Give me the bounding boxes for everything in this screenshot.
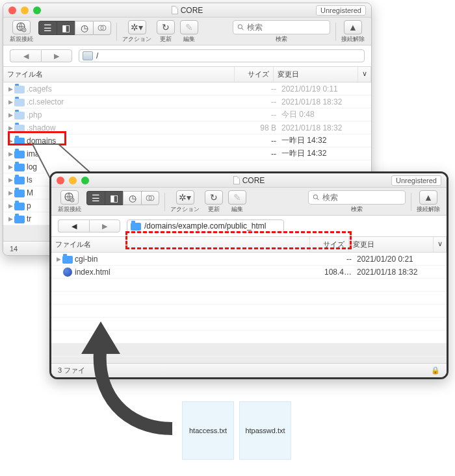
zoom-icon[interactable] — [81, 177, 89, 184]
disclosure-icon[interactable]: ▶ — [7, 125, 14, 131]
col-sort[interactable]: ∨ — [434, 237, 447, 252]
history-button[interactable]: ◷ — [75, 21, 93, 35]
disclosure-icon[interactable]: ▶ — [7, 203, 14, 209]
column-headers[interactable]: ファイル名 サイズ 変更日 ∨ — [3, 67, 371, 82]
back-button[interactable]: ◀ — [10, 49, 41, 62]
col-size[interactable]: サイズ — [235, 67, 274, 82]
new-connection-button[interactable] — [60, 190, 79, 205]
volume-icon — [83, 51, 93, 60]
col-date[interactable]: 変更日 — [274, 67, 358, 82]
file-htaccess[interactable]: htaccess.txt — [182, 401, 234, 460]
new-connection-button[interactable] — [12, 20, 31, 34]
folder-icon — [14, 111, 25, 119]
row-size: -- — [242, 149, 281, 158]
table-row[interactable]: ▶cgi-bin--2021/01/20 0:21 — [51, 253, 447, 266]
close-icon[interactable] — [57, 177, 64, 184]
disclosure-icon[interactable]: ▶ — [7, 190, 14, 196]
history-nav[interactable]: ◀ ▶ — [10, 49, 72, 62]
disclosure-icon[interactable]: ▶ — [7, 164, 14, 170]
empty-row — [51, 305, 447, 318]
disconnect-label: 接続解除 — [341, 35, 365, 44]
refresh-label: 更新 — [208, 205, 220, 214]
window-controls[interactable] — [8, 6, 41, 14]
search-field[interactable] — [233, 20, 330, 34]
action-button[interactable]: ✲▾ — [128, 20, 146, 34]
status-text: 14 — [10, 245, 18, 253]
path-field[interactable]: /domains/example.com/public_html — [127, 219, 284, 232]
action-button[interactable]: ✲▾ — [176, 190, 194, 205]
disclosure-icon[interactable]: ▶ — [7, 99, 14, 105]
table-row[interactable]: ▶.php--今日 0:48 — [3, 108, 371, 121]
edit-button[interactable]: ✎ — [180, 20, 198, 34]
minimize-icon[interactable] — [69, 177, 77, 184]
row-filename: .cagefs — [25, 84, 242, 94]
minimize-icon[interactable] — [21, 6, 29, 14]
search-input[interactable] — [322, 193, 401, 202]
file-htpasswd[interactable]: htpasswd.txt — [239, 401, 291, 460]
upload-arrow-icon — [75, 318, 192, 442]
window-controls[interactable] — [57, 177, 89, 184]
sync-button[interactable] — [141, 191, 159, 205]
back-button[interactable]: ◀ — [58, 219, 89, 232]
table-row[interactable]: ▶.cagefs--2021/01/19 0:11 — [3, 82, 371, 95]
history-nav[interactable]: ◀ ▶ — [58, 219, 120, 232]
history-button[interactable]: ◷ — [123, 191, 141, 205]
table-row[interactable]: ▶.shadow98 B2021/01/18 18:32 — [3, 121, 371, 134]
disclosure-icon[interactable]: ▶ — [7, 112, 14, 118]
file-icon — [62, 268, 73, 277]
col-filename[interactable]: ファイル名 — [51, 237, 310, 252]
unregistered-badge: Unregistered — [391, 175, 441, 186]
titlebar: CORE Unregistered — [3, 3, 371, 18]
disclosure-icon[interactable]: ▶ — [7, 151, 14, 157]
disclosure-icon[interactable]: ▶ — [55, 256, 62, 262]
table-row[interactable]: index.html108.4…2021/01/18 18:32 — [51, 266, 447, 279]
table-row[interactable]: ▶.cl.selector--2021/01/18 18:32 — [3, 95, 371, 108]
refresh-button[interactable]: ↻ — [157, 20, 175, 34]
disclosure-icon[interactable]: ▶ — [7, 138, 14, 144]
view-list-button[interactable]: ☰ — [38, 21, 57, 35]
search-field[interactable] — [308, 190, 406, 205]
disclosure-icon[interactable]: ▶ — [7, 216, 14, 222]
view-mode-segmented[interactable]: ☰ ◧ ◷ — [86, 191, 159, 205]
file-label: htaccess.txt — [189, 427, 227, 434]
close-icon[interactable] — [8, 6, 16, 14]
search-input[interactable] — [247, 23, 326, 32]
forward-button[interactable]: ▶ — [89, 219, 120, 232]
row-filename: .shadow — [25, 123, 242, 132]
edit-button[interactable]: ✎ — [228, 190, 246, 205]
disclosure-icon[interactable]: ▶ — [7, 86, 14, 92]
disconnect-button[interactable]: ▲ — [344, 20, 362, 34]
view-columns-button[interactable]: ◧ — [105, 191, 123, 205]
document-icon — [172, 6, 178, 14]
action-label: アクション — [122, 35, 151, 44]
disclosure-icon[interactable]: ▶ — [7, 177, 14, 183]
refresh-button[interactable]: ↻ — [205, 190, 223, 205]
path-nav: ◀ ▶ / — [3, 45, 371, 67]
col-sort[interactable]: ∨ — [358, 67, 371, 82]
edit-label: 編集 — [183, 35, 195, 44]
zoom-icon[interactable] — [33, 6, 41, 14]
column-headers[interactable]: ファイル名 サイズ 変更日 ∨ — [51, 237, 447, 253]
disconnect-button[interactable]: ▲ — [419, 190, 437, 205]
row-date: 一昨日 14:32 — [281, 135, 367, 146]
empty-row — [51, 279, 447, 292]
col-filename[interactable]: ファイル名 — [3, 67, 235, 82]
view-columns-button[interactable]: ◧ — [57, 21, 75, 35]
folder-icon — [14, 124, 25, 132]
empty-row — [51, 292, 447, 305]
col-date[interactable]: 変更日 — [349, 237, 434, 252]
sync-button[interactable] — [93, 21, 111, 35]
forward-button[interactable]: ▶ — [41, 49, 72, 62]
folder-icon — [131, 223, 141, 231]
folder-icon — [14, 215, 25, 223]
file-label: htpasswd.txt — [245, 427, 285, 434]
action-label: アクション — [170, 205, 200, 214]
row-filename: .cl.selector — [25, 97, 242, 106]
document-icon — [233, 176, 240, 184]
view-list-button[interactable]: ☰ — [86, 191, 105, 205]
path-text: /domains/example.com/public_html — [144, 221, 266, 231]
col-size[interactable]: サイズ — [310, 237, 349, 252]
titlebar: CORE Unregistered — [51, 173, 447, 188]
path-field[interactable]: / — [79, 49, 365, 62]
view-mode-segmented[interactable]: ☰ ◧ ◷ — [38, 21, 111, 35]
